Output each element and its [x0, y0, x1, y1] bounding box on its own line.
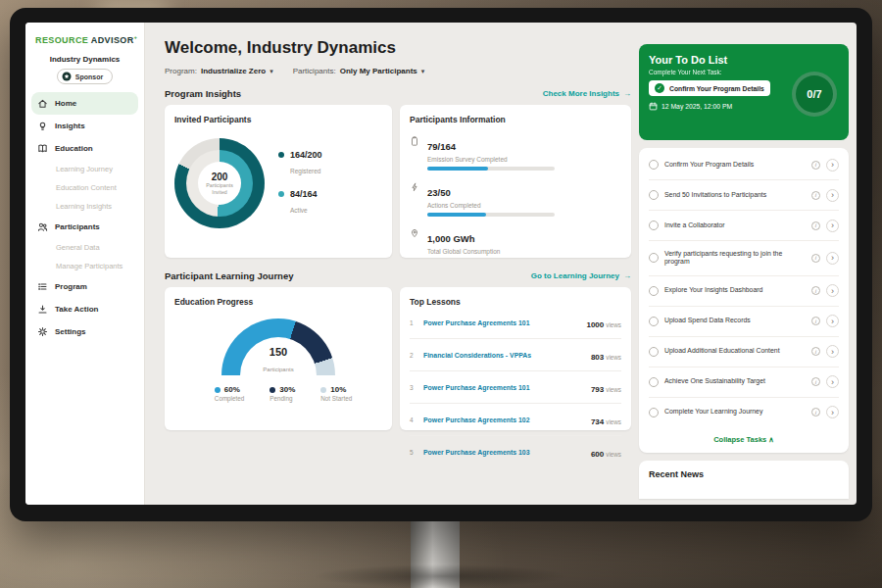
- completed-dot: [215, 387, 220, 393]
- sidebar-item-program[interactable]: Program: [25, 275, 144, 298]
- info-icon[interactable]: i: [811, 317, 820, 325]
- sidebar-item-learning-insights[interactable]: Learning Insights: [25, 197, 144, 216]
- check-more-insights-link[interactable]: Check More Insights →: [543, 89, 631, 98]
- sidebar-item-education-content[interactable]: Education Content: [25, 178, 144, 197]
- brand-left: RESOURCE: [35, 35, 88, 45]
- task-checkbox[interactable]: [649, 190, 659, 200]
- info-icon[interactable]: i: [811, 347, 820, 356]
- learning-journey-title: Participant Learning Journey: [165, 270, 293, 281]
- sidebar-item-home[interactable]: Home: [31, 92, 138, 115]
- chevron-up-icon: ∧: [768, 435, 774, 444]
- info-icon[interactable]: i: [811, 377, 820, 386]
- go-to-learning-journey-link[interactable]: Go to Learning Journey →: [531, 271, 631, 280]
- info-icon[interactable]: i: [811, 286, 820, 295]
- task-checkbox[interactable]: [649, 220, 659, 230]
- chevron-right-icon[interactable]: ›: [826, 375, 839, 388]
- task-checkbox[interactable]: [649, 253, 659, 263]
- lesson-views-unit: views: [606, 386, 621, 393]
- chevron-right-icon[interactable]: ›: [826, 220, 839, 232]
- info-icon[interactable]: i: [811, 161, 820, 170]
- task-row-complete-learning-journey[interactable]: Complete Your Learning Journey i ›: [649, 398, 839, 427]
- task-row-confirm-program[interactable]: Confirm Your Program Details i ›: [649, 150, 839, 180]
- consumption-label: Total Global Consumption: [427, 248, 500, 255]
- task-row-upload-spend-data[interactable]: Upload Spend Data Records i ›: [649, 307, 839, 337]
- lesson-link[interactable]: Power Purchase Agreements 102: [423, 416, 584, 423]
- info-icon[interactable]: i: [811, 254, 820, 263]
- chevron-right-icon[interactable]: ›: [826, 159, 839, 172]
- task-checkbox[interactable]: [649, 347, 659, 357]
- sidebar-item-settings[interactable]: Settings: [25, 320, 144, 343]
- task-row-achieve-target[interactable]: Achieve One Sustainability Target i ›: [649, 368, 839, 398]
- home-icon: [37, 98, 48, 109]
- org-name: Industry Dynamics: [25, 55, 144, 64]
- sidebar-item-general-data[interactable]: General Data: [25, 238, 144, 257]
- task-row-explore-insights[interactable]: Explore Your Insights Dashboard i ›: [649, 276, 839, 307]
- lesson-row: 2 Financial Considerations - VPPAs 803vi…: [410, 339, 621, 371]
- chevron-right-icon[interactable]: ›: [826, 315, 839, 327]
- program-dropdown[interactable]: Program: Industrialize Zero ▾: [165, 67, 273, 75]
- lesson-link[interactable]: Power Purchase Agreements 103: [423, 449, 584, 456]
- info-icon[interactable]: i: [811, 191, 820, 200]
- chevron-right-icon[interactable]: ›: [826, 406, 839, 418]
- sidebar-item-manage-participants[interactable]: Manage Participants: [25, 257, 144, 275]
- legend-pending: 30% Pending: [260, 385, 295, 402]
- task-label: Upload Additional Educational Content: [664, 347, 806, 356]
- consumption-value: 1,000 GWh: [427, 233, 475, 244]
- lesson-views-unit: views: [606, 451, 621, 458]
- gauge-center-label: Participants: [263, 367, 293, 372]
- emission-progress-fill: [427, 167, 488, 171]
- recent-news-title: Recent News: [649, 469, 839, 479]
- emission-survey-label: Emission Survey Completed: [427, 156, 555, 163]
- task-row-upload-educational-content[interactable]: Upload Additional Educational Content i …: [649, 337, 839, 368]
- task-checkbox[interactable]: [649, 377, 659, 387]
- task-row-verify-participants[interactable]: Verify participants requesting to join t…: [649, 241, 839, 276]
- sidebar-item-education[interactable]: Education: [25, 137, 144, 160]
- sponsor-badge[interactable]: Sponsor: [57, 69, 113, 84]
- chevron-right-icon[interactable]: ›: [826, 345, 839, 358]
- sidebar-item-label: Insights: [55, 122, 85, 130]
- lesson-row: 5 Power Purchase Agreements 103 600views: [410, 436, 621, 467]
- calendar-icon: [649, 102, 658, 111]
- learning-journey-header: Participant Learning Journey Go to Learn…: [165, 270, 631, 281]
- task-checkbox[interactable]: [649, 286, 659, 296]
- chevron-right-icon[interactable]: ›: [826, 189, 839, 202]
- task-label: Verify participants requesting to join t…: [664, 250, 806, 268]
- chevron-right-icon[interactable]: ›: [826, 284, 839, 297]
- sidebar-item-label: Settings: [55, 327, 86, 336]
- arrow-right-icon: →: [623, 89, 631, 98]
- completed-value: 60%: [224, 385, 240, 394]
- brand-right: ADVISOR: [91, 35, 134, 45]
- sidebar-item-take-action[interactable]: Take Action: [25, 298, 144, 320]
- task-label: Complete Your Learning Journey: [664, 408, 806, 416]
- sidebar-item-label: Take Action: [55, 305, 98, 314]
- check-icon: ✓: [655, 83, 664, 93]
- lesson-link[interactable]: Power Purchase Agreements 101: [423, 319, 579, 326]
- task-checkbox[interactable]: [649, 408, 659, 417]
- invited-participants-card: Invited Participants 200 Participants In…: [165, 105, 392, 258]
- task-checkbox[interactable]: [649, 160, 659, 170]
- invited-center-value: 200: [212, 172, 228, 182]
- invited-center-label: Participants Invited: [198, 182, 241, 195]
- collapse-tasks-link[interactable]: Collapse Tasks ∧: [649, 427, 839, 451]
- sidebar-item-participants[interactable]: Participants: [25, 216, 144, 238]
- sidebar-item-insights[interactable]: Insights: [25, 115, 144, 137]
- info-icon[interactable]: i: [811, 221, 820, 230]
- task-label: Confirm Your Program Details: [664, 161, 806, 170]
- program-label: Program:: [165, 67, 197, 75]
- participants-dropdown[interactable]: Participants: Only My Participants ▾: [293, 67, 425, 75]
- pending-label: Pending: [270, 395, 295, 402]
- education-progress-card: Education Progress 150 Participants: [165, 287, 392, 430]
- sidebar-item-learning-journey[interactable]: Learning Journey: [25, 160, 144, 178]
- chevron-right-icon[interactable]: ›: [826, 252, 839, 265]
- info-icon[interactable]: i: [811, 408, 820, 416]
- next-task-pill[interactable]: ✓ Confirm Your Program Details: [649, 80, 770, 96]
- lesson-rank: 3: [410, 384, 416, 391]
- task-row-send-invitations[interactable]: Send 50 Invitations to Participants i ›: [649, 180, 839, 211]
- lesson-link[interactable]: Financial Considerations - VPPAs: [423, 352, 584, 359]
- task-row-invite-collaborator[interactable]: Invite a Collaborator i ›: [649, 211, 839, 241]
- task-checkbox[interactable]: [649, 317, 659, 326]
- info-card-title: Participants Information: [410, 115, 621, 124]
- lesson-link[interactable]: Power Purchase Agreements 101: [423, 384, 584, 391]
- todo-progress-ring: 0/7: [792, 72, 837, 117]
- sidebar-item-label: Education: [55, 144, 93, 153]
